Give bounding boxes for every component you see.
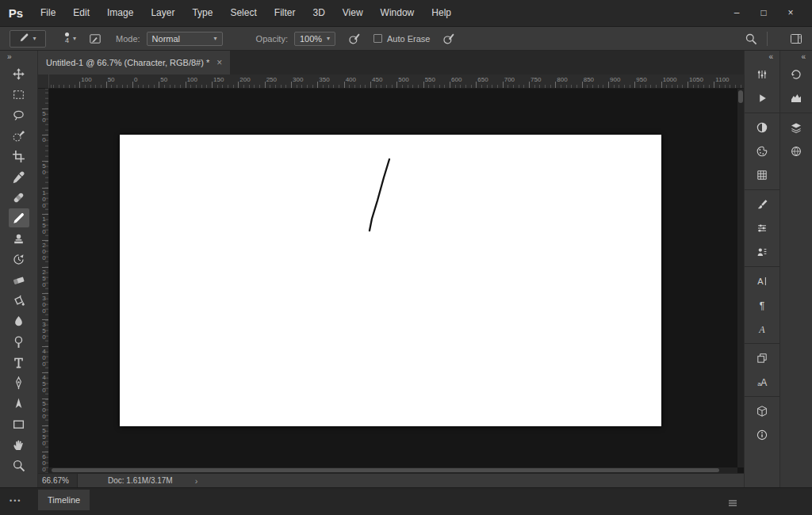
histogram-panel-icon[interactable] (784, 87, 808, 109)
menu-layer[interactable]: Layer (142, 0, 183, 26)
rectangular-marquee-tool[interactable] (9, 85, 29, 104)
ruler-origin-corner[interactable] (38, 74, 49, 89)
blur-tool[interactable] (9, 311, 29, 330)
mode-select[interactable]: Normal ▾ (147, 32, 223, 46)
pen-tool[interactable] (9, 373, 29, 392)
double-chevron-icon: » (7, 52, 12, 61)
libraries-panel-icon[interactable] (750, 241, 774, 263)
clone-stamp-tool[interactable] (9, 229, 29, 248)
menu-filter[interactable]: Filter (266, 0, 304, 26)
paint-bucket-tool[interactable] (9, 291, 29, 310)
scrollbar-thumb[interactable] (52, 468, 719, 472)
color-panel-icon[interactable] (750, 63, 774, 86)
ruler-tick (344, 82, 345, 88)
paragraph-panel-icon[interactable]: ¶ (750, 294, 774, 316)
toggle-brush-settings-button[interactable] (89, 32, 102, 45)
vertical-ruler[interactable]: 50050100150200250300350400450500550600 (38, 89, 49, 473)
color-table-panel-icon[interactable] (750, 164, 774, 186)
type-tool[interactable] (9, 353, 29, 372)
eraser-tool[interactable] (9, 270, 29, 289)
ruler-label: 250 (266, 76, 277, 83)
swatches-palette-panel-icon[interactable] (750, 140, 774, 162)
character-panel-icon[interactable]: A (750, 270, 774, 292)
menu-type[interactable]: Type (183, 0, 221, 26)
navigator-panel-icon[interactable] (784, 140, 808, 162)
tool-list (9, 64, 29, 475)
dodge-tool[interactable] (9, 332, 29, 351)
dock-collapse-button[interactable]: « (745, 51, 779, 63)
brush-size-picker[interactable]: 4 ▾ (65, 32, 76, 44)
vertical-scrollbar[interactable] (737, 89, 744, 467)
horizontal-scrollbar[interactable] (49, 467, 737, 473)
menu-select[interactable]: Select (221, 0, 265, 26)
ruler-tick (476, 82, 477, 88)
ruler-label: 100 (187, 76, 197, 83)
menu-file[interactable]: File (32, 0, 64, 26)
status-expand-arrow[interactable]: › (195, 476, 198, 486)
tool-preset-picker[interactable]: ▾ (10, 30, 46, 48)
ruler-label: 450 (40, 374, 48, 393)
checkbox-box[interactable] (373, 34, 382, 43)
3d-panel-icon[interactable] (750, 400, 774, 422)
ruler-tick (503, 82, 504, 88)
ruler-label: 400 (40, 348, 48, 367)
lasso-tool[interactable] (9, 105, 29, 124)
zoom-level-field[interactable]: 66.67% (38, 474, 78, 487)
move-tool[interactable] (9, 64, 29, 83)
ruler-tick (42, 188, 48, 189)
menu-help[interactable]: Help (423, 0, 460, 26)
rectangle-tool[interactable] (9, 414, 29, 433)
info-panel-icon[interactable] (750, 424, 774, 446)
history-brush-tool[interactable] (9, 250, 29, 269)
history-panel-icon[interactable] (784, 63, 808, 86)
layers-panel-icon[interactable] (784, 116, 808, 139)
menu-image[interactable]: Image (98, 0, 142, 26)
panel-menu-icon[interactable] (726, 497, 739, 509)
pressure-opacity-button[interactable] (348, 32, 361, 45)
opacity-select[interactable]: 100% ▾ (294, 32, 335, 46)
ruler-tick (555, 82, 556, 88)
tab-close-button[interactable]: × (216, 57, 222, 68)
ruler-label: 500 (40, 400, 48, 419)
toolbar-collapse-button[interactable]: » (0, 51, 37, 63)
menu-window[interactable]: Window (372, 0, 423, 26)
auto-erase-checkbox[interactable]: Auto Erase (373, 34, 430, 44)
adjustments-panel-icon[interactable] (750, 116, 774, 139)
dock-collapse-button[interactable]: « (780, 51, 812, 63)
zoom-tool[interactable] (9, 456, 29, 475)
menu-3d[interactable]: 3D (304, 0, 333, 26)
pressure-size-button[interactable] (442, 32, 455, 45)
character-styles-panel-icon[interactable]: aA (750, 371, 774, 393)
menu-view[interactable]: View (334, 0, 372, 26)
ruler-tick (317, 82, 318, 88)
eyedropper-tool[interactable] (9, 167, 29, 186)
scrollbar-thumb[interactable] (738, 90, 743, 103)
menu-bar: FileEditImageLayerTypeSelectFilter3DView… (32, 0, 460, 26)
close-button[interactable]: × (777, 0, 804, 26)
ruler-label: 100 (81, 76, 91, 83)
layer-comps-panel-icon[interactable] (750, 347, 774, 369)
brush-settings-panel-icon[interactable] (750, 217, 774, 239)
canvas[interactable] (120, 135, 661, 426)
glyphs-panel-icon[interactable]: A (750, 318, 774, 340)
pencil-tool[interactable] (9, 208, 29, 227)
crop-tool[interactable] (9, 147, 29, 166)
pasteboard[interactable] (49, 89, 744, 473)
path-selection-tool[interactable] (9, 394, 29, 413)
document-tab[interactable]: Untitled-1 @ 66.7% (Character, RGB/8#) *… (38, 51, 230, 74)
timeline-tab[interactable]: Timeline (38, 490, 90, 510)
maximize-button[interactable]: □ (750, 0, 777, 26)
pencil-icon (19, 32, 29, 44)
workspace-switcher-button[interactable] (790, 32, 802, 45)
menu-edit[interactable]: Edit (64, 0, 98, 26)
hand-tool[interactable] (9, 435, 29, 454)
search-icon[interactable] (745, 32, 757, 45)
spot-healing-brush-tool[interactable] (9, 188, 29, 207)
brushes-panel-icon[interactable] (750, 193, 774, 216)
actions-panel-icon[interactable] (750, 87, 774, 109)
minimize-button[interactable]: – (723, 0, 750, 26)
horizontal-ruler[interactable]: 1005005010015020025030035040045050055060… (49, 74, 744, 89)
ruler-label: 750 (530, 76, 541, 83)
more-options-dots[interactable]: ••• (10, 497, 21, 505)
quick-selection-tool[interactable] (9, 126, 29, 145)
